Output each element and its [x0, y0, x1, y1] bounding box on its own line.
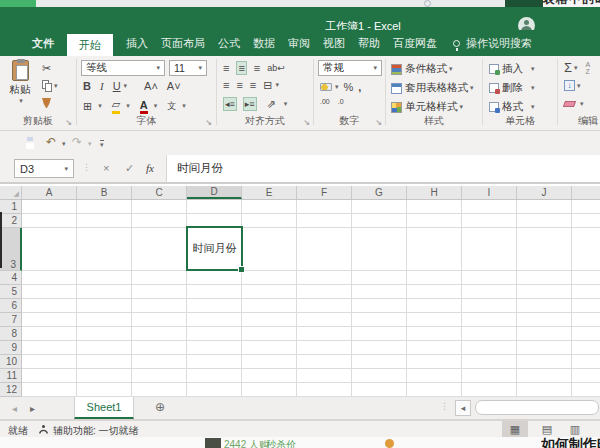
tab-review[interactable]: 审阅	[288, 30, 310, 56]
tab-file[interactable]: 文件	[32, 30, 54, 56]
grid-row[interactable]	[22, 214, 600, 228]
conditional-formatting-button[interactable]: 条件格式▾	[391, 62, 453, 76]
cell-styles-button[interactable]: 单元格样式▾	[391, 100, 463, 114]
column-header-a[interactable]: A	[22, 186, 77, 199]
grow-font-button[interactable]: A˄	[144, 80, 158, 92]
view-normal-button[interactable]: ▦	[502, 421, 528, 437]
grid-row[interactable]	[22, 341, 600, 355]
accounting-format-button[interactable]	[320, 83, 332, 91]
grid-row[interactable]	[22, 369, 600, 383]
view-page-break-button[interactable]: ▥	[562, 421, 588, 437]
grid-row[interactable]	[22, 285, 600, 299]
tell-me-search[interactable]: 操作说明搜索	[453, 30, 532, 56]
row-header-10[interactable]: 10	[0, 355, 22, 369]
sheet-nav-right-icon[interactable]: ▸	[30, 397, 35, 420]
row-header-7[interactable]: 7	[0, 313, 22, 327]
font-name-select[interactable]: 等线 ▾	[81, 60, 165, 76]
tab-view[interactable]: 视图	[323, 30, 345, 56]
italic-button[interactable]: I	[100, 80, 104, 92]
formula-input[interactable]: 时间月份	[166, 155, 600, 182]
row-header-5[interactable]: 5	[0, 285, 22, 299]
dialog-launcher-icon[interactable]: ↘	[303, 119, 310, 127]
autosum-button[interactable]: Σ ▾ AZ	[564, 61, 590, 75]
underline-button[interactable]: U	[113, 80, 121, 92]
top-align-button[interactable]: ≡	[223, 62, 229, 74]
horizontal-scrollbar-thumb[interactable]	[475, 400, 599, 415]
align-left-button[interactable]: ≡	[223, 79, 229, 91]
grid-row[interactable]	[22, 383, 600, 397]
format-painter-button[interactable]	[42, 98, 51, 108]
row-header-2[interactable]: 2	[0, 214, 22, 228]
shrink-font-button[interactable]: A˅	[167, 80, 181, 92]
align-right-button[interactable]: ≡	[250, 79, 256, 91]
increase-indent-button[interactable]: ▸≡	[243, 97, 257, 111]
sort-filter-icon-partial[interactable]: AZ	[586, 61, 591, 75]
center-button[interactable]: ≡	[236, 79, 242, 91]
scroll-left-button[interactable]: ◂	[455, 400, 471, 416]
copy-button[interactable]: ▾	[42, 80, 58, 92]
new-sheet-button[interactable]: ⊕	[153, 401, 167, 415]
sheet-nav-left-icon[interactable]: ◂	[12, 397, 17, 420]
cancel-button[interactable]: ×	[103, 162, 109, 174]
tabbar-resize-dots[interactable]: ⋮	[440, 401, 449, 411]
row-header-1[interactable]: 1	[0, 200, 22, 214]
format-as-table-button[interactable]: 套用表格格式▾	[391, 81, 474, 95]
column-header-i[interactable]: I	[462, 186, 517, 199]
dialog-launcher-icon[interactable]: ↘	[65, 119, 72, 127]
grid-body[interactable]	[22, 200, 600, 397]
grid-row[interactable]	[22, 200, 600, 214]
column-header-c[interactable]: C	[132, 186, 187, 199]
dialog-launcher-icon[interactable]: ↘	[375, 119, 382, 127]
column-header-h[interactable]: H	[407, 186, 462, 199]
borders-button[interactable]: ⊞	[83, 100, 92, 112]
tab-baidu-netdisk[interactable]: 百度网盘	[393, 30, 437, 56]
column-header-b[interactable]: B	[77, 186, 132, 199]
column-header-d-selected[interactable]: D	[187, 186, 242, 199]
redo-button[interactable]: ↷	[72, 136, 82, 148]
decrease-decimal-button[interactable]: .0	[338, 98, 344, 105]
grid-row[interactable]	[22, 271, 600, 285]
select-all-corner[interactable]: ◢	[0, 186, 22, 199]
enter-button[interactable]: ✓	[125, 162, 134, 175]
wrap-text-button[interactable]: ab↩	[267, 62, 285, 74]
cut-button[interactable]: ✂	[42, 62, 51, 74]
tab-insert[interactable]: 插入	[126, 30, 148, 56]
column-header-f[interactable]: F	[297, 186, 352, 199]
percent-style-button[interactable]: %	[344, 81, 354, 93]
decrease-indent-button[interactable]: ◂≡	[223, 97, 237, 111]
tab-data[interactable]: 数据	[253, 30, 275, 56]
number-format-select[interactable]: 常规 ▾	[318, 60, 382, 76]
column-header-j[interactable]: J	[517, 186, 572, 199]
merge-center-button[interactable]: ⊟	[263, 79, 272, 91]
increase-decimal-button[interactable]: .00	[320, 98, 330, 105]
tab-help[interactable]: 帮助	[358, 30, 380, 56]
font-color-button[interactable]: A	[140, 99, 148, 114]
row-header-11[interactable]: 11	[0, 369, 22, 383]
row-header-9[interactable]: 9	[0, 341, 22, 355]
grid-row[interactable]	[22, 327, 600, 341]
view-page-layout-button[interactable]: ▤	[534, 421, 560, 437]
clear-button[interactable]: ▾	[564, 100, 584, 108]
row-header-6[interactable]: 6	[0, 299, 22, 313]
dialog-launcher-icon[interactable]: ↘	[205, 119, 212, 127]
bold-button[interactable]: B	[83, 80, 91, 92]
undo-button[interactable]: ↶	[46, 136, 56, 148]
comma-style-button[interactable]: ,	[358, 81, 361, 93]
sheet-tab-sheet1[interactable]: Sheet1	[74, 397, 134, 419]
row-header-12[interactable]: 12	[0, 383, 22, 397]
phonetic-guide-button[interactable]: 文	[167, 100, 176, 112]
row-header-3-selected[interactable]: 3	[0, 228, 22, 271]
row-header-8[interactable]: 8	[0, 327, 22, 341]
font-size-select[interactable]: 11 ▾	[169, 60, 207, 76]
grid-row[interactable]	[22, 299, 600, 313]
grid-row[interactable]	[22, 228, 600, 271]
name-box[interactable]: D3 ▾	[14, 159, 74, 178]
fill-color-button[interactable]: ▱	[112, 98, 120, 114]
chevron-down-icon[interactable]: ▾	[88, 140, 92, 148]
tab-page-layout[interactable]: 页面布局	[161, 30, 205, 56]
column-header-e[interactable]: E	[242, 186, 297, 199]
customize-qat-button[interactable]: ▾	[100, 140, 104, 149]
fill-handle[interactable]	[239, 267, 244, 272]
format-cells-button[interactable]: 格式▾	[489, 100, 535, 114]
delete-cells-button[interactable]: 删除▾	[489, 81, 535, 95]
